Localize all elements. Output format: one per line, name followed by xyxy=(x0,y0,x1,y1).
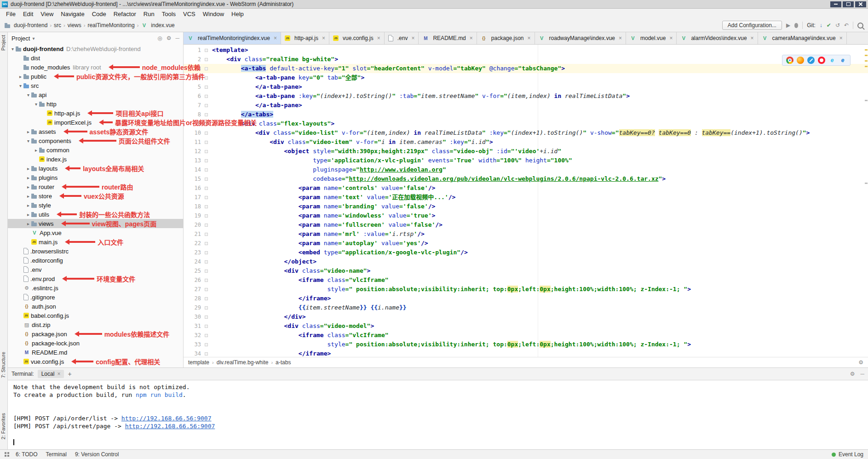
code-line-16[interactable]: 16 <param name='controls' value='false'/… xyxy=(184,184,868,193)
tab-model.vue[interactable]: Vmodel.vue× xyxy=(626,32,677,44)
editor-breadcrumb-item-div.realTime.bg-white[interactable]: div.realTime.bg-white xyxy=(217,359,269,366)
code-line-4[interactable]: 4 <a-tab-pane key="0" tab="全部"> xyxy=(184,73,868,82)
code-line-24[interactable]: 24 </object> xyxy=(184,257,868,266)
stripe-project-button[interactable]: Project xyxy=(0,35,6,51)
tree-item-router[interactable]: ▸routerrouter路由 xyxy=(8,182,183,191)
tree-item-.gitignore[interactable]: .gitignore xyxy=(8,293,183,302)
terminal-link[interactable]: http://192.168.66.56:9007 xyxy=(121,415,212,422)
tree-item-App.vue[interactable]: VApp.vue xyxy=(8,228,183,237)
tree-expanded-icon[interactable]: ▾ xyxy=(17,83,23,88)
fold-marker-icon[interactable] xyxy=(203,321,209,331)
gear-icon[interactable]: ⚙ xyxy=(167,35,172,41)
tree-collapsed-icon[interactable]: ▸ xyxy=(33,148,39,153)
tree-collapsed-icon[interactable]: ▸ xyxy=(25,129,31,134)
tree-item-.env[interactable]: .env xyxy=(8,265,183,274)
ie-browser-icon[interactable]: e xyxy=(828,57,836,64)
tree-item-assets[interactable]: ▸assetsassets静态资源文件 xyxy=(8,127,183,136)
tree-expanded-icon[interactable]: ▾ xyxy=(10,46,16,52)
code-line-26[interactable]: 26 <iframe class="vlcIframe" xyxy=(184,275,868,285)
tree-item-public[interactable]: ▸publicpublic资源文件夹，一般放引用的第三方插件 xyxy=(8,72,183,81)
fold-marker-icon[interactable] xyxy=(203,266,209,275)
code-line-9[interactable]: 9 <div class="flex-layouts"> xyxy=(184,119,868,128)
new-terminal-icon[interactable]: + xyxy=(68,370,71,378)
code-line-14[interactable]: 14 pluginspage="http://www.videolan.org" xyxy=(184,165,868,174)
tree-item-dist.zip[interactable]: ▨dist.zip xyxy=(8,320,183,329)
menu-window[interactable]: Window xyxy=(200,10,227,18)
run-icon[interactable]: ▶ xyxy=(786,23,790,28)
chevron-down-icon[interactable]: ▾ xyxy=(32,36,34,41)
tab-close-icon[interactable]: × xyxy=(669,35,673,41)
tool-windows-icon[interactable] xyxy=(5,452,9,457)
code-line-3[interactable]: 3 <a-tabs default-active-key="1" slot="h… xyxy=(184,64,868,73)
fold-marker-icon[interactable] xyxy=(203,128,209,138)
locate-file-icon[interactable]: ◎ xyxy=(157,35,162,41)
tab-alarmVideos\index.vue[interactable]: ValarmVideos\index.vue× xyxy=(677,32,758,44)
tree-item-plugins[interactable]: ▸plugins xyxy=(8,173,183,182)
tab-close-icon[interactable]: × xyxy=(411,35,414,41)
code-line-18[interactable]: 18 <param name='branding' value='false'/… xyxy=(184,202,868,211)
fold-marker-icon[interactable] xyxy=(203,184,209,193)
fold-marker-icon[interactable] xyxy=(203,92,209,101)
code-area[interactable]: 1<template>2 <div class="realTime bg-whi… xyxy=(184,45,868,357)
git-commit-icon[interactable]: ✔ xyxy=(827,23,831,28)
terminal-output[interactable]: Note that the development build is not o… xyxy=(8,380,868,449)
tree-item-.editorconfig[interactable]: .editorconfig xyxy=(8,256,183,265)
tree-item-.env.prod[interactable]: .env.prod环境变量文件 xyxy=(8,274,183,283)
tree-item-duoji-frontend[interactable]: ▾duoji-frontendD:\zheheWeb\duoji-fronten… xyxy=(8,44,183,53)
code-line-29[interactable]: 29 {{item.streetName}} {{i.name}} xyxy=(184,303,868,312)
fold-marker-icon[interactable] xyxy=(203,285,209,294)
tree-item-index.js[interactable]: JSindex.js xyxy=(8,155,183,164)
code-line-1[interactable]: 1<template> xyxy=(184,46,868,55)
fold-marker-icon[interactable] xyxy=(203,248,209,257)
tree-expanded-icon[interactable]: ▾ xyxy=(25,92,31,98)
code-line-27[interactable]: 27 style=" position:absolute;visibility:… xyxy=(184,285,868,294)
tree-item-babel.config.js[interactable]: JSbabel.config.js xyxy=(8,311,183,320)
fold-marker-icon[interactable] xyxy=(203,202,209,211)
terminal-link[interactable]: http://192.168.66.56:9007 xyxy=(125,423,215,430)
tab-vue.config.js[interactable]: JSvue.config.js× xyxy=(329,32,385,44)
menu-run[interactable]: Run xyxy=(140,10,158,18)
stripe-favorites-button[interactable]: 2: Favorites xyxy=(0,413,6,439)
code-line-34[interactable]: 34 </iframe> xyxy=(184,349,868,357)
git-update-icon[interactable]: ↓ xyxy=(820,23,822,28)
fold-marker-icon[interactable] xyxy=(203,174,209,184)
fold-marker-icon[interactable] xyxy=(203,294,209,303)
tree-expanded-icon[interactable]: ▾ xyxy=(33,102,39,107)
fold-marker-icon[interactable] xyxy=(203,101,209,110)
code-line-5[interactable]: 5 </a-tab-pane> xyxy=(184,82,868,92)
menu-navigate[interactable]: Navigate xyxy=(57,10,87,18)
firefox-browser-icon[interactable] xyxy=(797,57,804,64)
history-icon[interactable]: ↺ xyxy=(835,23,840,28)
search-icon[interactable] xyxy=(857,23,863,29)
tree-item-vue.config.js[interactable]: JSvue.config.jsconfig配置、代理相关 xyxy=(8,357,183,366)
menu-refactor[interactable]: Refactor xyxy=(110,10,139,18)
tree-item-common[interactable]: ▸common xyxy=(8,145,183,155)
breadcrumb-item-views[interactable]: views xyxy=(68,22,81,29)
tab-close-icon[interactable]: × xyxy=(274,35,277,41)
code-line-15[interactable]: 15 codebase="http://downloads.videolan.o… xyxy=(184,174,868,184)
code-line-33[interactable]: 33 style=" position:absolute;visibility:… xyxy=(184,340,868,349)
breadcrumb-item-src[interactable]: src xyxy=(54,22,61,29)
tree-item-utils[interactable]: ▸utils封装的一些公共函数方法 xyxy=(8,210,183,219)
fold-marker-icon[interactable] xyxy=(203,211,209,220)
code-line-12[interactable]: 12 <object style="width:390px;height:219… xyxy=(184,147,868,156)
fold-marker-icon[interactable] xyxy=(203,55,209,64)
code-line-30[interactable]: 30 </div> xyxy=(184,312,868,321)
tab-close-icon[interactable]: × xyxy=(322,35,325,41)
hide-panel-icon[interactable]: ─ xyxy=(175,35,179,41)
fold-marker-icon[interactable] xyxy=(203,312,209,321)
fold-marker-icon[interactable] xyxy=(203,193,209,202)
tree-item-package-lock.json[interactable]: {}package-lock.json xyxy=(8,339,183,348)
code-line-11[interactable]: 11 <div class="video-item" v-for="i in i… xyxy=(184,138,868,147)
menu-code[interactable]: Code xyxy=(89,10,109,18)
code-line-32[interactable]: 32 <iframe class="vlcIframe" xyxy=(184,331,868,340)
fold-marker-icon[interactable] xyxy=(203,303,209,312)
stripe-structure-button[interactable]: 7: Structure xyxy=(0,352,6,378)
code-line-25[interactable]: 25 <div class="video-name"> xyxy=(184,266,868,275)
undo-icon[interactable]: ↶ xyxy=(844,23,849,28)
fold-marker-icon[interactable] xyxy=(203,165,209,174)
terminal-prompt-line[interactable] xyxy=(13,438,862,446)
fold-marker-icon[interactable] xyxy=(203,349,209,357)
tab-close-icon[interactable]: × xyxy=(839,35,843,41)
status-6-todo[interactable]: 6: TODO xyxy=(16,451,38,458)
